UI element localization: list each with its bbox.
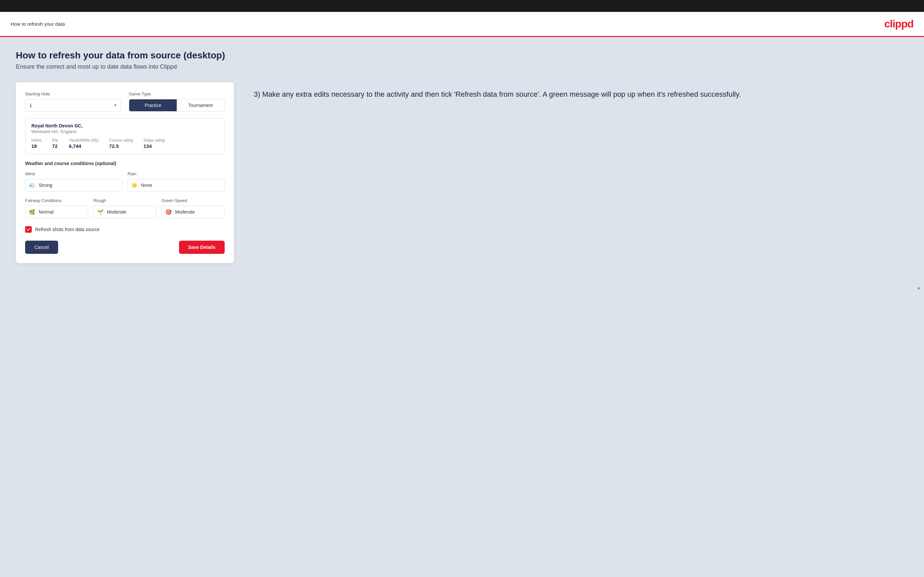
slope-rating-stat: Slope rating 134 (144, 138, 165, 149)
fairway-select[interactable]: Normal Soft Firm (37, 206, 84, 218)
fairway-arrow-icon: ▼ (917, 286, 921, 291)
wind-select-wrapper: 💨 Strong None Light Moderate ▼ (25, 179, 122, 192)
green-speed-label: Green Speed (162, 198, 225, 203)
course-stats: Holes 18 Par 72 Yards/White (M)) 6,744 C… (31, 138, 218, 149)
cancel-button[interactable]: Cancel (25, 241, 58, 254)
page-subtitle: Ensure the correct and most up to date d… (16, 63, 908, 70)
page-title: How to refresh your data from source (de… (16, 50, 908, 61)
par-stat: Par 72 (52, 138, 58, 149)
rain-arrow-icon: ▼ (917, 286, 921, 291)
content-area: Starting Hole 1 10 ▼ Game Type Practice … (16, 82, 908, 263)
wind-icon: 💨 (29, 182, 36, 189)
green-speed-arrow-icon: ▼ (917, 286, 921, 291)
wind-group: Wind 💨 Strong None Light Moderate ▼ (25, 171, 122, 192)
rough-group: Rough 🌱 Moderate Light Heavy ▼ (94, 198, 157, 218)
rough-select-wrapper: 🌱 Moderate Light Heavy ▼ (94, 206, 157, 218)
conditions-grid: Wind 💨 Strong None Light Moderate ▼ Rain (25, 171, 225, 192)
game-type-group: Game Type Practice Tournament (129, 92, 225, 111)
tournament-button[interactable]: Tournament (177, 99, 224, 111)
wind-label: Wind (25, 171, 122, 176)
yards-label: Yards/White (M)) (69, 138, 99, 143)
wind-arrow-icon: ▼ (917, 286, 921, 291)
breadcrumb: How to refresh your data (11, 21, 65, 27)
rough-arrow-icon: ▼ (917, 286, 921, 291)
green-speed-select[interactable]: Moderate Slow Fast (174, 206, 221, 218)
fairway-icon: 🌿 (29, 209, 36, 215)
conditions-row-3: Fairway Conditions 🌿 Normal Soft Firm ▼ … (25, 198, 225, 218)
course-rating-label: Course rating (109, 138, 133, 143)
starting-hole-select[interactable]: 1 10 (26, 99, 121, 111)
save-button[interactable]: Save Details (179, 241, 225, 254)
course-name: Royal North Devon GC, (31, 123, 218, 128)
par-label: Par (52, 138, 58, 143)
course-location: Westward Ho!, England (31, 129, 218, 134)
top-bar (0, 0, 924, 12)
fairway-select-wrapper: 🌿 Normal Soft Firm ▼ (25, 206, 88, 218)
weather-section-title: Weather and course conditions (optional) (25, 161, 225, 166)
rough-label: Rough (94, 198, 157, 203)
slope-rating-value: 134 (144, 143, 152, 149)
top-form-row: Starting Hole 1 10 ▼ Game Type Practice … (25, 92, 225, 111)
holes-stat: Holes 18 (31, 138, 42, 149)
header: How to refresh your data clippd (0, 12, 924, 37)
fairway-group: Fairway Conditions 🌿 Normal Soft Firm ▼ (25, 198, 88, 218)
refresh-checkbox-row: Refresh shots from data source (25, 226, 225, 233)
rain-icon: ☀️ (131, 182, 138, 189)
green-speed-group: Green Speed 🎯 Moderate Slow Fast ▼ (162, 198, 225, 218)
yards-stat: Yards/White (M)) 6,744 (69, 138, 99, 149)
course-rating-stat: Course rating 72.5 (109, 138, 133, 149)
par-value: 72 (52, 143, 58, 149)
practice-button[interactable]: Practice (129, 99, 177, 111)
rain-group: Rain ☀️ None Light Heavy ▼ (128, 171, 225, 192)
refresh-checkbox[interactable] (25, 226, 32, 233)
starting-hole-select-wrapper: 1 10 ▼ (25, 99, 121, 111)
holes-label: Holes (31, 138, 42, 143)
starting-hole-label: Starting Hole (25, 92, 121, 97)
rain-label: Rain (128, 171, 225, 176)
game-type-toggle: Practice Tournament (129, 99, 225, 111)
rough-icon: 🌱 (97, 209, 104, 215)
wind-select[interactable]: Strong None Light Moderate (37, 179, 119, 191)
rain-select-wrapper: ☀️ None Light Heavy ▼ (128, 179, 225, 192)
side-description-text: 3) Make any extra edits necessary to the… (254, 89, 908, 100)
rain-select[interactable]: None Light Heavy (140, 179, 221, 191)
refresh-label: Refresh shots from data source (35, 227, 99, 232)
form-card: Starting Hole 1 10 ▼ Game Type Practice … (16, 82, 234, 263)
yards-value: 6,744 (69, 143, 81, 149)
starting-hole-group: Starting Hole 1 10 ▼ (25, 92, 121, 111)
holes-value: 18 (31, 143, 37, 149)
form-actions: Cancel Save Details (25, 241, 225, 254)
course-rating-value: 72.5 (109, 143, 119, 149)
green-speed-icon: 🎯 (165, 209, 172, 215)
course-info-box: Royal North Devon GC, Westward Ho!, Engl… (25, 118, 225, 154)
game-type-label: Game Type (129, 92, 225, 97)
green-speed-select-wrapper: 🎯 Moderate Slow Fast ▼ (162, 206, 225, 218)
slope-rating-label: Slope rating (144, 138, 165, 143)
rough-select[interactable]: Moderate Light Heavy (106, 206, 153, 218)
checkmark-icon (26, 227, 31, 231)
logo: clippd (884, 18, 913, 30)
main-content: How to refresh your data from source (de… (0, 37, 924, 577)
fairway-label: Fairway Conditions (25, 198, 88, 203)
side-description: 3) Make any extra edits necessary to the… (254, 82, 908, 100)
